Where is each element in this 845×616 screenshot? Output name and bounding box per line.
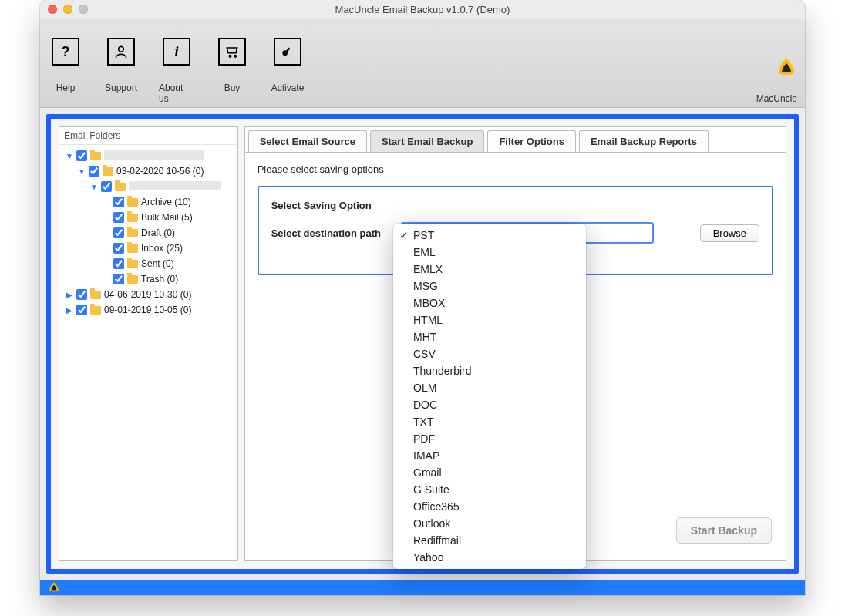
tree-label: Sent (0) — [141, 258, 174, 269]
instruction-text: Please select saving options — [258, 163, 773, 175]
dropdown-option[interactable]: IMAP — [393, 447, 586, 464]
tab-select-email-source[interactable]: Select Email Source — [248, 130, 367, 152]
tree-node[interactable]: Sent (0) — [61, 256, 236, 271]
buy-button[interactable]: Buy — [214, 38, 250, 104]
window-controls — [48, 5, 88, 14]
info-icon: i — [163, 38, 190, 66]
help-button[interactable]: ? Help — [48, 38, 83, 104]
folder-icon — [127, 275, 138, 284]
folder-icon — [127, 214, 138, 222]
tree-label: Trash (0) — [141, 274, 178, 284]
activate-button[interactable]: Activate — [270, 38, 305, 104]
disclosure-closed-icon[interactable]: ▶ — [66, 291, 73, 299]
svg-point-0 — [119, 46, 124, 52]
tree-checkbox[interactable] — [113, 243, 124, 254]
dropdown-option[interactable]: TXT — [393, 413, 586, 430]
key-icon — [274, 38, 301, 66]
about-button[interactable]: i About us — [159, 38, 194, 104]
brand-name: MacUncle — [756, 93, 797, 104]
headset-icon — [107, 38, 135, 66]
tree-node[interactable]: ▼ — [61, 179, 236, 194]
svg-point-1 — [229, 56, 231, 58]
dropdown-option[interactable]: Office365 — [393, 498, 586, 515]
tab-filter-options[interactable]: Filter Options — [487, 130, 576, 152]
window-title: MacUncle Email Backup v1.0.7 (Demo) — [335, 4, 510, 15]
dropdown-option[interactable]: MHT — [393, 328, 586, 345]
minimize-icon[interactable] — [63, 5, 72, 14]
sidebar: Email Folders ▼▼03-02-2020 10-56 (0)▼Arc… — [59, 126, 238, 561]
tree-label: 04-06-2019 10-30 (0) — [104, 289, 191, 300]
dropdown-option[interactable]: Outlook — [393, 515, 586, 532]
disclosure-open-icon[interactable]: ▼ — [90, 183, 98, 191]
tab-start-email-backup[interactable]: Start Email Backup — [370, 130, 485, 152]
destination-path-label: Select destination path — [271, 227, 402, 239]
statusbar-logo-icon — [48, 581, 60, 594]
folder-icon — [90, 306, 101, 315]
tree-label: 09-01-2019 10-05 (0) — [104, 305, 191, 315]
tree-checkbox[interactable] — [113, 227, 124, 238]
folder-icon — [90, 152, 101, 160]
toolbar-label: Buy — [224, 82, 241, 93]
tree-checkbox[interactable] — [76, 150, 87, 161]
tree-checkbox[interactable] — [113, 274, 124, 284]
tree-label — [104, 150, 204, 162]
tree-checkbox[interactable] — [113, 258, 124, 269]
tree-checkbox[interactable] — [101, 181, 112, 192]
dropdown-option[interactable]: EML — [393, 244, 586, 261]
dropdown-option[interactable]: DOC — [393, 396, 586, 413]
folder-icon — [127, 229, 138, 237]
tree-node[interactable]: ▶09-01-2019 10-05 (0) — [61, 302, 236, 318]
disclosure-closed-icon[interactable]: ▶ — [66, 306, 73, 315]
tree-label: Archive (10) — [141, 197, 191, 207]
tree-node[interactable]: Trash (0) — [61, 271, 236, 287]
close-icon[interactable] — [48, 5, 57, 14]
tree-node[interactable]: Bulk Mail (5) — [61, 210, 236, 225]
folder-icon — [127, 244, 138, 253]
disclosure-open-icon[interactable]: ▼ — [66, 152, 73, 160]
dropdown-option[interactable]: HTML — [393, 311, 586, 328]
tree-node[interactable]: Inbox (25) — [61, 241, 236, 256]
dropdown-option[interactable]: CSV — [393, 345, 586, 362]
support-button[interactable]: Support — [103, 38, 139, 104]
dropdown-option[interactable]: Gmail — [393, 464, 586, 481]
tree-checkbox[interactable] — [89, 166, 99, 177]
tree-label: 03-02-2020 10-56 (0) — [116, 166, 204, 177]
dropdown-option[interactable]: OLM — [393, 379, 586, 396]
dropdown-option[interactable]: Yahoo — [393, 549, 586, 566]
tree-node[interactable]: Archive (10) — [61, 194, 236, 210]
tree-checkbox[interactable] — [76, 289, 87, 300]
tree-checkbox[interactable] — [113, 197, 124, 207]
start-backup-button[interactable]: Start Backup — [676, 517, 772, 544]
toolbar-label: Help — [56, 82, 76, 93]
saving-option-dropdown[interactable]: PSTEMLEMLXMSGMBOXHTMLMHTCSVThunderbirdOL… — [393, 224, 586, 569]
sidebar-header: Email Folders — [59, 127, 237, 145]
tree-checkbox[interactable] — [113, 212, 124, 223]
svg-point-2 — [234, 56, 237, 58]
zoom-icon[interactable] — [79, 5, 88, 14]
browse-button[interactable]: Browse — [700, 224, 759, 242]
dropdown-option[interactable]: G Suite — [393, 481, 586, 498]
folder-icon — [90, 291, 101, 299]
titlebar: MacUncle Email Backup v1.0.7 (Demo) — [40, 0, 805, 19]
brand-logo-icon — [776, 57, 797, 81]
tree-node[interactable]: ▼03-02-2020 10-56 (0) — [61, 163, 236, 179]
dropdown-option[interactable]: MBOX — [393, 295, 586, 311]
tree-checkbox[interactable] — [76, 305, 87, 315]
question-icon: ? — [52, 38, 79, 66]
folder-icon — [103, 167, 113, 176]
tree-node[interactable]: Draft (0) — [61, 225, 236, 241]
disclosure-open-icon[interactable]: ▼ — [78, 167, 86, 176]
folder-tree: ▼▼03-02-2020 10-56 (0)▼Archive (10)Bulk … — [59, 145, 237, 321]
dropdown-option[interactable]: Thunderbird — [393, 362, 586, 379]
dropdown-option[interactable]: MSG — [393, 278, 586, 295]
tree-node[interactable]: ▶04-06-2019 10-30 (0) — [61, 287, 236, 302]
saving-option-label: Select Saving Option — [271, 200, 402, 211]
tree-node[interactable]: ▼ — [61, 148, 236, 163]
tab-email-backup-reports[interactable]: Email Backup Reports — [579, 130, 709, 152]
toolbar: ? Help Support i About us — [40, 19, 805, 108]
dropdown-option[interactable]: Rediffmail — [393, 532, 586, 549]
dropdown-option[interactable]: EMLX — [393, 261, 586, 278]
dropdown-option[interactable]: PDF — [393, 430, 586, 447]
dropdown-option[interactable]: PST — [393, 227, 586, 244]
cart-icon — [218, 38, 246, 66]
